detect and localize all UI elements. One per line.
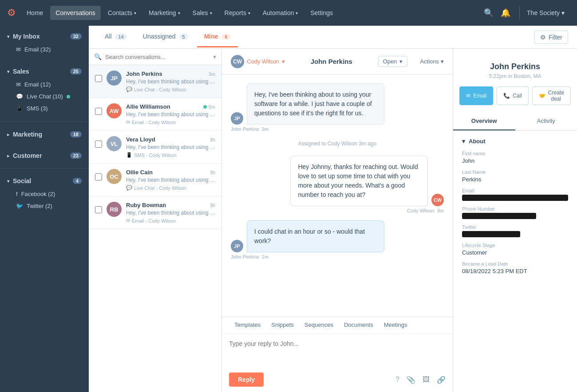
composer-tab-meetings[interactable]: Meetings (379, 317, 413, 333)
message-avatar: CW (431, 194, 444, 206)
composer-tab-sequences[interactable]: Sequences (299, 317, 339, 333)
search-icon[interactable]: 🔍 (484, 8, 494, 18)
reply-button[interactable]: Reply (229, 372, 264, 387)
conversation-preview: Hey, I've been thinking about using your… (126, 111, 215, 118)
sidebar-header-customer[interactable]: ▸ Customer 23 (0, 149, 89, 163)
image-icon[interactable]: 🖼 (423, 376, 430, 384)
conversation-item[interactable]: OC Ollie Cain 3h Hey, I've been thinking… (89, 164, 221, 196)
nav-home[interactable]: Home (21, 6, 48, 20)
conversation-channel: ✉ Email - Cody Wilson (126, 218, 215, 223)
nav-contacts[interactable]: Contacts ▾ (103, 6, 142, 20)
contact-name: Vera Lloyd (126, 136, 155, 143)
search-dropdown-icon[interactable]: ▾ (213, 53, 216, 60)
nav-sales[interactable]: Sales ▾ (187, 6, 217, 20)
help-icon[interactable]: ? (395, 376, 399, 384)
nav-automation[interactable]: Automation ▾ (257, 6, 304, 20)
filter-button[interactable]: ⚙ Filter (534, 31, 568, 44)
field-label: Last Name (462, 169, 568, 175)
email-icon: ✉ (126, 218, 130, 223)
conversation-checkbox[interactable] (95, 75, 102, 82)
composer-tab-snippets[interactable]: Snippets (266, 317, 299, 333)
sidebar-section-inbox: ▾ My Inbox 32 ✉ Email (32) (0, 26, 89, 61)
sidebar-header-inbox[interactable]: ▾ My Inbox 32 (0, 29, 89, 43)
tab-unassigned[interactable]: Unassigned 5 (136, 27, 195, 47)
chevron-right-icon: ▸ (7, 132, 9, 137)
conversation-item[interactable]: VL Vera Lloyd 3h Hey, I've been thinking… (89, 131, 221, 164)
nav-divider (519, 6, 520, 20)
conversation-checkbox[interactable] (95, 206, 102, 213)
conversation-body: Ollie Cain 3h Hey, I've been thinking ab… (126, 169, 215, 191)
conversation-body: Allie Williamson 5m Hey, I've been think… (126, 103, 215, 125)
conversation-item[interactable]: AW Allie Williamson 5m Hey, I've been th… (89, 98, 221, 131)
rp-tab-activity[interactable]: Activity (515, 112, 577, 130)
conversation-header: Ollie Cain 3h (126, 169, 215, 176)
company-selector[interactable]: The Society ▾ (522, 6, 570, 20)
actions-label: Actions (420, 58, 439, 65)
sidebar-item-facebook[interactable]: f Facebook (2) (0, 188, 89, 200)
sidebar-item-sms[interactable]: 📱 SMS (3) (0, 102, 89, 114)
nav-conversations[interactable]: Conversations (50, 6, 101, 20)
sidebar-section-label: Customer (13, 152, 42, 159)
about-section-header[interactable]: ▾ About (462, 138, 568, 145)
chevron-down-icon: ▾ (296, 11, 298, 16)
avatar: JP (107, 71, 122, 86)
conversation-item[interactable]: JP John Perkins 3m Hey, I've been thinki… (89, 65, 221, 98)
composer-tab-documents[interactable]: Documents (339, 317, 379, 333)
email-contact-button[interactable]: ✉ Email (459, 86, 493, 105)
chevron-down-icon: ▾ (248, 11, 250, 16)
attachment-icon[interactable]: 📎 (407, 376, 415, 384)
field-label: Became a Lead Date (462, 261, 568, 267)
assignee-selector[interactable]: CW Cody Wilson ▾ (231, 55, 285, 68)
contact-full-name: John Perkins (462, 62, 568, 71)
tab-mine[interactable]: Mine 6 (197, 27, 238, 47)
chat-actions-button[interactable]: Actions ▾ (420, 58, 444, 65)
sidebar-header-sales[interactable]: ▾ Sales 25 (0, 64, 89, 78)
field-value: 08/18/2022 5:23 PM EDT (462, 268, 568, 274)
filter-icon: ⚙ (540, 34, 546, 41)
create-deal-button[interactable]: 🤝 Create deal (532, 86, 571, 105)
message-time: 3m (437, 208, 444, 213)
sidebar-item-email-sales[interactable]: ✉ Email (12) (0, 78, 89, 90)
composer-body (222, 334, 453, 369)
field-value: Perkins (462, 176, 568, 183)
conversation-checkbox[interactable] (95, 108, 102, 115)
assignee-name: Cody Wilson (247, 58, 279, 65)
notifications-icon[interactable]: 🔔 (501, 8, 510, 18)
sidebar-item-twitter[interactable]: 🐦 Twitter (2) (0, 200, 89, 212)
message-bubble: Hey Johnny, thanks for reaching out. Wou… (290, 156, 428, 206)
email-icon: ✉ (466, 93, 470, 99)
chat-status-selector[interactable]: Open ▾ (378, 56, 408, 67)
composer-tab-templates[interactable]: Templates (229, 317, 266, 333)
chevron-down-icon: ▾ (462, 138, 465, 145)
social-badge: 4 (73, 178, 82, 184)
sidebar-header-social[interactable]: ▾ Social 4 (0, 174, 89, 188)
chevron-down-icon: ▾ (441, 58, 444, 65)
sidebar-section-sales: ▾ Sales 25 ✉ Email (12) 💬 Live Chat (10)… (0, 61, 89, 120)
sidebar-header-marketing[interactable]: ▸ Marketing 18 (0, 127, 89, 141)
rp-tab-overview[interactable]: Overview (453, 112, 515, 130)
hubspot-logo[interactable]: ⚙ (7, 7, 16, 19)
search-input[interactable] (105, 54, 209, 60)
message-meta: John Perkins 3m (231, 126, 384, 132)
sidebar-item-livechat[interactable]: 💬 Live Chat (10) (0, 90, 89, 102)
link-icon[interactable]: 🔗 (437, 376, 446, 384)
conversation-item[interactable]: RB Ruby Bowman 3h Hey, I've been thinkin… (89, 196, 221, 229)
assignee-avatar: CW (231, 55, 244, 68)
conversation-checkbox[interactable] (95, 141, 102, 148)
sidebar-item-email-inbox[interactable]: ✉ Email (32) (0, 43, 89, 55)
call-contact-button[interactable]: 📞 Call (497, 86, 529, 105)
nav-marketing[interactable]: Marketing ▾ (143, 6, 185, 20)
avatar: AW (107, 103, 122, 118)
message-incoming: JP Hey, I've been thinking about to usin… (231, 83, 384, 132)
conversation-channel: ✉ Email - Cody Wilson (126, 119, 215, 125)
nav-reports[interactable]: Reports ▾ (219, 6, 256, 20)
tab-all[interactable]: All 14 (98, 27, 134, 47)
conversation-checkbox[interactable] (95, 173, 102, 180)
sidebar-item-label: Facebook (2) (21, 191, 55, 197)
sidebar-divider (0, 122, 89, 122)
message-incoming: JP I could chat in an hour or so - would… (231, 220, 384, 259)
message-sender: Cody Wilson (407, 208, 435, 213)
reply-input[interactable] (229, 340, 446, 361)
conversation-body: John Perkins 3m Hey, I've been thinking … (126, 71, 215, 92)
nav-settings[interactable]: Settings (305, 6, 338, 20)
